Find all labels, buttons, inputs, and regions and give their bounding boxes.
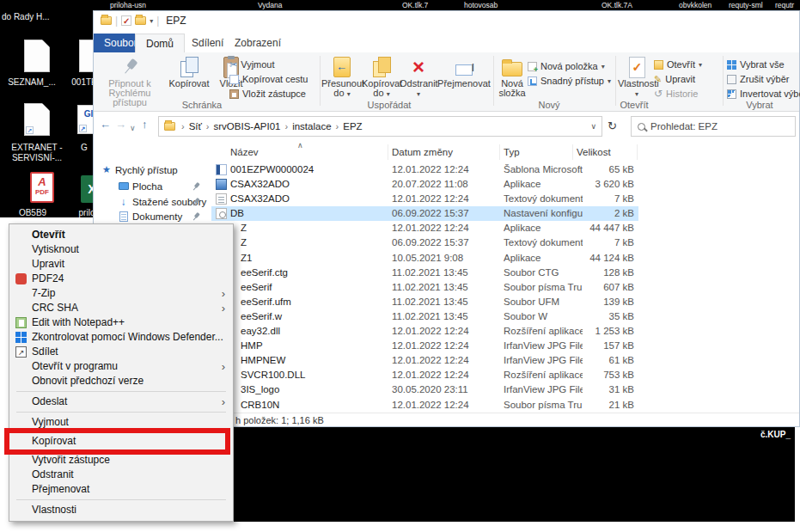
breadcrumb-epz[interactable]: EPZ bbox=[343, 121, 362, 131]
easy-access-button[interactable]: Snadný přístup ▾ bbox=[528, 75, 611, 87]
context-menu-item-defender[interactable]: Zkontrolovat pomocí Windows Defender... bbox=[9, 330, 233, 345]
rename-button[interactable]: Přejmenovat bbox=[436, 55, 492, 89]
context-menu-item-edit[interactable]: Upravit bbox=[9, 257, 233, 272]
search-input[interactable] bbox=[650, 121, 779, 131]
table-row[interactable]: Z 12.01.2022 12:24 Aplikace 44 447 kB bbox=[211, 221, 638, 235]
menu-item-label: CRC SHA bbox=[32, 302, 78, 314]
desktop-icon-label[interactable]: EXTRANET -SERVISNÍ-... bbox=[7, 143, 67, 163]
address-dropdown-icon[interactable]: ∨ bbox=[590, 122, 596, 131]
paste-shortcut-button[interactable]: Vložit zástupce bbox=[229, 88, 306, 100]
context-menu-item-crc-sha[interactable]: CRC SHA› bbox=[9, 301, 233, 315]
copy-to-button[interactable]: Kopírovat do ▾ bbox=[362, 55, 401, 99]
checkmark-icon[interactable]: ✓ bbox=[121, 15, 131, 26]
gi-shortcut-icon[interactable]: GI↗ bbox=[77, 105, 95, 134]
table-row[interactable]: HMPNEW 12.01.2022 12:24 IrfanView JPG Fi… bbox=[211, 353, 638, 368]
context-menu-item-rename[interactable]: Přejmenovat bbox=[9, 482, 233, 497]
table-row[interactable]: eeSerif.ufm 11.02.2021 13:45 Soubor UFM … bbox=[211, 295, 638, 309]
context-menu-item-restore-versions[interactable]: Obnovit předchozí verze bbox=[9, 374, 233, 388]
context-menu-item-notepadpp[interactable]: Edit with Notepad++ bbox=[9, 315, 233, 330]
table-row[interactable]: CSAX32ADO 20.07.2022 11:08 Aplikace 3 62… bbox=[211, 177, 638, 192]
sidebar-item-documents[interactable]: Dokumenty bbox=[94, 209, 211, 223]
context-menu-item-delete[interactable]: Odstranit bbox=[9, 468, 233, 482]
pdf-file-icon[interactable]: A PDF bbox=[30, 172, 54, 203]
column-header-name[interactable]: Název bbox=[230, 147, 259, 157]
history-button[interactable]: ↺Historie bbox=[654, 88, 698, 100]
table-row[interactable]: CRB10N 12.01.2022 12:24 Soubor písma Tru… bbox=[211, 398, 638, 413]
desktop-icon-label[interactable]: prilo bbox=[74, 208, 95, 217]
context-menu-item-create-shortcut[interactable]: Vytvořit zástupce bbox=[9, 453, 233, 468]
tab-zobrazeni[interactable]: Zobrazení bbox=[224, 34, 291, 53]
delete-button[interactable]: × Odstranit ▾ bbox=[400, 55, 437, 99]
move-to-button[interactable]: Přesunout do ▾ bbox=[321, 55, 363, 99]
table-row[interactable]: Z1 10.05.2021 9:08 Aplikace 44 124 kB bbox=[211, 251, 638, 266]
desktop-icon-label[interactable]: OB5B9 bbox=[9, 208, 57, 217]
properties-button[interactable]: Vlastnosti ▾ bbox=[618, 55, 656, 99]
shortcut-document-icon[interactable]: ↗ bbox=[24, 103, 50, 136]
column-divider[interactable] bbox=[637, 144, 638, 160]
table-row[interactable]: HMP 12.01.2022 12:24 IrfanView JPG File … bbox=[211, 339, 638, 353]
column-header-size[interactable]: Velikost bbox=[577, 147, 611, 157]
table-row[interactable]: SVCR100.DLL 12.01.2022 12:24 Rozšíření a… bbox=[211, 368, 638, 382]
breadcrumb-instalace[interactable]: instalace bbox=[292, 121, 331, 131]
table-row[interactable]: CSAX32ADO 12.01.2022 12:24 Textový dokum… bbox=[211, 192, 638, 206]
desktop-label: Vydana bbox=[258, 1, 283, 9]
sidebar-item-desktop[interactable]: Plocha bbox=[94, 179, 211, 193]
up-button[interactable]: ↑ bbox=[142, 118, 148, 131]
select-none-button[interactable]: Zrušit výběr bbox=[727, 73, 789, 85]
desktop-icon-label[interactable]: 001TE bbox=[67, 77, 95, 88]
table-row[interactable]: Z 06.09.2022 15:37 Textový dokument 7 kB bbox=[211, 235, 638, 250]
column-header-type[interactable]: Typ bbox=[504, 147, 520, 157]
column-divider[interactable] bbox=[388, 144, 388, 160]
select-all-button[interactable]: Vybrat vše bbox=[727, 58, 785, 70]
context-menu-item-pdf24[interactable]: PDF24 bbox=[9, 272, 233, 286]
context-menu-item-share[interactable]: Sdílet bbox=[9, 345, 233, 359]
chevron-down-icon[interactable]: ▾ bbox=[150, 17, 153, 25]
folder-icon[interactable] bbox=[101, 16, 112, 25]
table-row[interactable]: eeSerif.w 11.02.2021 13:45 Soubor W 35 k… bbox=[211, 309, 638, 324]
table-row[interactable]: DB 06.09.2022 15:37 Nastavení konfigu...… bbox=[211, 206, 638, 221]
context-menu-item-properties[interactable]: Vlastnosti bbox=[9, 503, 233, 517]
table-row[interactable]: 001EZPW0000024 12.01.2022 12:24 Šablona … bbox=[211, 162, 638, 177]
context-menu-item-open-with[interactable]: Otevřít v programu› bbox=[9, 359, 233, 374]
tab-domu[interactable]: Domů bbox=[135, 34, 185, 53]
refresh-icon[interactable]: ↻ bbox=[608, 119, 617, 133]
desktop-icon-label[interactable]: do Rady H... bbox=[2, 12, 62, 22]
table-row[interactable]: 3IS_logo 30.05.2020 23:11 IrfanView JPG … bbox=[211, 382, 638, 397]
context-menu-item-send-to[interactable]: Odeslat› bbox=[9, 394, 233, 409]
column-header-date[interactable]: Datum změny bbox=[392, 147, 453, 157]
table-row[interactable]: eay32.dll 12.01.2022 12:24 Rozšíření apl… bbox=[211, 324, 638, 339]
back-button[interactable]: ← bbox=[100, 118, 111, 131]
breadcrumb-sit[interactable]: Síť bbox=[189, 121, 202, 131]
open-button[interactable]: Otevřít ▾ bbox=[654, 58, 702, 70]
edit-button[interactable]: ✎Upravit bbox=[654, 73, 695, 85]
column-divider[interactable] bbox=[572, 144, 573, 160]
table-row[interactable]: eeSerif.ctg 11.02.2021 13:45 Soubor CTG … bbox=[211, 266, 638, 280]
context-menu-item-7zip[interactable]: 7-Zip› bbox=[9, 286, 233, 301]
search-box bbox=[631, 116, 796, 137]
new-folder-button[interactable]: Nová složka bbox=[495, 55, 529, 98]
copy-path-button[interactable]: Kopírovat cestu bbox=[229, 73, 308, 85]
desktop-label: OK.tlk.7 bbox=[402, 1, 428, 9]
sidebar-item-downloads[interactable]: ↓ Stažené soubory bbox=[94, 194, 211, 209]
address-bar[interactable]: › Síť › srvOBIS-API01 › instalace › EPZ … bbox=[158, 116, 602, 137]
history-dropdown-icon[interactable]: ∨ bbox=[130, 121, 136, 135]
table-row[interactable]: eeSerif 11.02.2021 13:45 Soubor písma Tr… bbox=[211, 280, 638, 295]
breadcrumb-server[interactable]: srvOBIS-API01 bbox=[214, 121, 281, 131]
sidebar-item-quick-access[interactable]: ★ Rychlý přístup bbox=[94, 162, 211, 177]
invert-selection-button[interactable]: Invertovat výběr bbox=[727, 88, 800, 100]
column-divider[interactable] bbox=[499, 144, 500, 160]
context-menu-item-open[interactable]: Otevřít bbox=[9, 228, 233, 242]
context-menu-item-copy[interactable]: Kopírovat bbox=[9, 434, 233, 449]
context-menu-item-print[interactable]: Vytisknout bbox=[9, 242, 233, 257]
folder-icon[interactable] bbox=[135, 16, 146, 25]
defender-icon bbox=[15, 332, 27, 343]
file-date: 10.05.2021 9:08 bbox=[392, 253, 463, 263]
cut-button[interactable]: ✂Vyjmout bbox=[229, 58, 275, 70]
forward-button[interactable]: → bbox=[115, 118, 126, 131]
document-icon[interactable] bbox=[24, 40, 50, 72]
pin-to-quick-access-button[interactable]: Připnout k Rychlému přístupu bbox=[97, 55, 162, 107]
desktop-icon-label[interactable]: SEZNAM_... bbox=[2, 77, 62, 88]
copy-button[interactable]: Kopírovat bbox=[164, 55, 214, 89]
desktop-icon-label[interactable]: G bbox=[76, 143, 93, 153]
new-item-button[interactable]: Nová položka ▾ bbox=[528, 60, 605, 72]
